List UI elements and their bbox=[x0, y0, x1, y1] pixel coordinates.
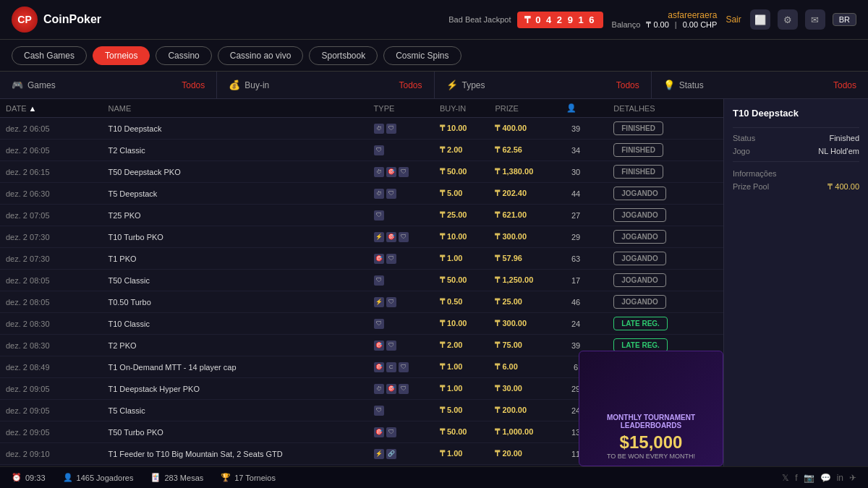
cell-type: ⏱🛡 bbox=[368, 118, 434, 140]
user-info: asfareeraera Balanço ₸ 0.00 | 0.00 CHP bbox=[612, 10, 718, 30]
status-button[interactable]: FINISHED bbox=[613, 143, 663, 157]
cell-action[interactable]: JOGANDO bbox=[608, 270, 723, 291]
nav-cassino-ao-vivo[interactable]: Cassino ao vivo bbox=[218, 46, 304, 65]
status-value[interactable]: Todos bbox=[833, 80, 856, 90]
cell-players: 63 bbox=[561, 248, 592, 270]
nav-cassino[interactable]: Cassino bbox=[156, 46, 211, 65]
status-button[interactable]: JOGANDO bbox=[613, 295, 666, 309]
table-row[interactable]: dez. 2 08:30 T10 Classic 🛡 ₸ 10.00 ₸ 300… bbox=[0, 313, 723, 335]
type-icon: 🛡 bbox=[374, 210, 384, 221]
table-row[interactable]: dez. 2 07:30 T1 PKO 🎯🛡 ₸ 1.00 ₸ 57.96 63… bbox=[0, 248, 723, 270]
ad-banner[interactable]: MONTHLY TOURNAMENT LEADERBOARDS $15,000 … bbox=[579, 351, 723, 466]
cell-players: 30 bbox=[561, 161, 592, 183]
cell-name: T2 PKO bbox=[102, 335, 367, 356]
cell-type: 🎯C🛡 bbox=[368, 356, 434, 378]
col-date[interactable]: DATE bbox=[0, 99, 102, 118]
cell-type: 🛡 bbox=[368, 400, 434, 421]
linkedin-icon[interactable]: in bbox=[837, 473, 843, 483]
types-value[interactable]: Todos bbox=[616, 80, 639, 90]
table-row[interactable]: dez. 2 08:05 T50 Classic 🛡 ₸ 50.00 ₸ 1,2… bbox=[0, 270, 723, 291]
table-row[interactable]: dez. 2 07:05 T25 PKO 🛡 ₸ 25.00 ₸ 621.00 … bbox=[0, 205, 723, 226]
status-button[interactable]: JOGANDO bbox=[613, 273, 666, 287]
instagram-icon[interactable]: 📷 bbox=[804, 473, 814, 483]
detail-status-row: Status Finished bbox=[733, 134, 859, 142]
wallet-icon[interactable]: ⬜ bbox=[750, 9, 770, 30]
col-players[interactable]: 👤 bbox=[561, 99, 592, 118]
type-icon: 🎯 bbox=[374, 427, 384, 437]
detail-status-val: Finished bbox=[829, 134, 859, 142]
mail-icon[interactable]: ✉ bbox=[805, 9, 825, 30]
type-icon: ⏱ bbox=[374, 167, 384, 177]
type-icon: ⚡ bbox=[374, 297, 384, 307]
ad-title: MONTHLY TOURNAMENT LEADERBOARDS bbox=[585, 414, 717, 429]
cell-prize: ₸ 1,380.00 bbox=[489, 161, 560, 183]
col-prize[interactable]: PRIZE bbox=[489, 99, 560, 118]
buyin-value[interactable]: Todos bbox=[399, 80, 422, 90]
cell-date: dez. 2 09:05 bbox=[0, 400, 102, 421]
cell-buyin: ₸ 1.00 bbox=[434, 356, 489, 378]
cell-action[interactable]: JOGANDO bbox=[608, 205, 723, 226]
language-button[interactable]: BR bbox=[833, 13, 856, 26]
cell-type: ⏱🎯🛡 bbox=[368, 161, 434, 183]
cell-buyin: ₸ 2.00 bbox=[434, 335, 489, 356]
table-row[interactable]: dez. 2 08:05 T0.50 Turbo ⚡🛡 ₸ 0.50 ₸ 25.… bbox=[0, 291, 723, 313]
type-icon: 🛡 bbox=[374, 275, 384, 286]
col-name[interactable]: NAME bbox=[102, 99, 367, 118]
nav-torneios[interactable]: Torneios bbox=[93, 46, 150, 65]
cell-action[interactable]: FINISHED bbox=[608, 140, 723, 161]
table-row[interactable]: dez. 2 07:30 T10 Turbo PKO ⚡🎯🛡 ₸ 10.00 ₸… bbox=[0, 226, 723, 248]
cell-action[interactable]: FINISHED bbox=[608, 118, 723, 140]
table-row[interactable]: dez. 2 06:30 T5 Deepstack ⏱🛡 ₸ 5.00 ₸ 20… bbox=[0, 183, 723, 205]
nav-sportsbook[interactable]: Sportsbook bbox=[309, 46, 378, 65]
telegram-icon[interactable]: ✈ bbox=[849, 473, 856, 483]
status-button[interactable]: JOGANDO bbox=[613, 187, 666, 200]
cell-status bbox=[591, 205, 608, 226]
cell-prize: ₸ 20.00 bbox=[489, 443, 560, 465]
cell-action[interactable]: JOGANDO bbox=[608, 183, 723, 205]
cell-date: dez. 2 09:05 bbox=[0, 421, 102, 443]
cell-buyin: ₸ 5.00 bbox=[434, 400, 489, 421]
cell-buyin: ₸ 50.00 bbox=[434, 270, 489, 291]
cell-action[interactable]: LATE REG. bbox=[608, 313, 723, 335]
cell-prize: ₸ 57.96 bbox=[489, 248, 560, 270]
status-label: Status bbox=[679, 80, 704, 90]
twitter-icon[interactable]: 𝕏 bbox=[782, 473, 789, 483]
cell-prize: ₸ 1,250.00 bbox=[489, 270, 560, 291]
discord-icon[interactable]: 💬 bbox=[820, 473, 831, 483]
cell-buyin: ₸ 1.00 bbox=[434, 378, 489, 400]
type-icon: 🛡 bbox=[399, 232, 409, 242]
cell-status bbox=[591, 313, 608, 335]
nav-cosmic-spins[interactable]: Cosmic Spins bbox=[383, 46, 461, 65]
nav-cash-games[interactable]: Cash Games bbox=[12, 46, 87, 65]
cell-date: dez. 2 06:05 bbox=[0, 118, 102, 140]
facebook-icon[interactable]: f bbox=[795, 473, 797, 483]
type-icon: 🎯 bbox=[386, 167, 396, 177]
status-button[interactable]: JOGANDO bbox=[613, 252, 666, 265]
status-button[interactable]: FINISHED bbox=[613, 121, 663, 135]
cell-status bbox=[591, 270, 608, 291]
cell-action[interactable]: JOGANDO bbox=[608, 226, 723, 248]
ad-amount: $15,000 bbox=[620, 432, 683, 453]
col-type[interactable]: TYPE bbox=[368, 99, 434, 118]
cell-prize: ₸ 300.00 bbox=[489, 313, 560, 335]
settings-icon[interactable]: ⚙ bbox=[778, 9, 798, 30]
balance-coin: ₸ 0.00 bbox=[646, 20, 668, 30]
cell-action[interactable]: FINISHED bbox=[608, 161, 723, 183]
cell-action[interactable]: JOGANDO bbox=[608, 248, 723, 270]
cell-prize: ₸ 6.00 bbox=[489, 356, 560, 378]
status-button[interactable]: LATE REG. bbox=[613, 317, 668, 330]
status-button[interactable]: FINISHED bbox=[613, 165, 663, 179]
table-row[interactable]: dez. 2 06:15 T50 Deepstack PKO ⏱🎯🛡 ₸ 50.… bbox=[0, 161, 723, 183]
col-buyin[interactable]: BUY-IN bbox=[434, 99, 489, 118]
cell-buyin: ₸ 5.00 bbox=[434, 183, 489, 205]
table-row[interactable]: dez. 2 06:05 T10 Deepstack ⏱🛡 ₸ 10.00 ₸ … bbox=[0, 118, 723, 140]
games-value[interactable]: Todos bbox=[182, 80, 205, 90]
status-button[interactable]: JOGANDO bbox=[613, 208, 666, 222]
status-button[interactable]: JOGANDO bbox=[613, 230, 666, 244]
cell-action[interactable]: JOGANDO bbox=[608, 291, 723, 313]
balance-chp: 0.00 CHP bbox=[683, 20, 718, 29]
table-row[interactable]: dez. 2 06:05 T2 Classic 🛡 ₸ 2.00 ₸ 62.56… bbox=[0, 140, 723, 161]
cell-buyin: ₸ 2.00 bbox=[434, 140, 489, 161]
logout-button[interactable]: Sair bbox=[726, 14, 741, 25]
cell-status bbox=[591, 183, 608, 205]
